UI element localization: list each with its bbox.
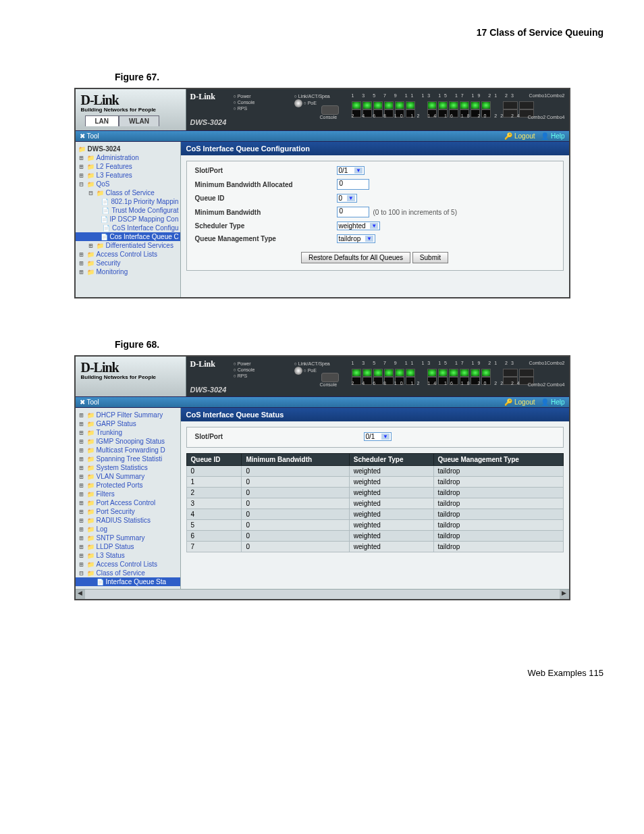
table-row: 30weightedtaildrop	[186, 498, 563, 509]
tree-item[interactable]: ⊞📁 Protected Ports	[76, 481, 180, 490]
tree-item[interactable]: ⊞📁 SNTP Summary	[76, 533, 180, 542]
tree-item[interactable]: 📄 IP DSCP Mapping Con	[76, 215, 180, 224]
combo-label-top: Combo1Combo2	[529, 361, 565, 365]
logout-button[interactable]: 🔑 Logout	[504, 132, 535, 140]
th-sched: Scheduler Type	[349, 454, 433, 466]
minbw-alloc-value: 0	[337, 179, 369, 190]
tree-item[interactable]: ⊞📁 L2 Features	[76, 162, 180, 171]
tree-item[interactable]: 📄 CoS Interface Configu	[76, 224, 180, 232]
console-port-icon	[321, 373, 339, 382]
tree-item[interactable]: 📄 Cos Interface Queue C	[76, 232, 180, 241]
tab-wlan[interactable]: WLAN	[119, 115, 159, 126]
globe-icon	[294, 367, 302, 375]
tree-item[interactable]: ⊞📁 Access Control Lists	[76, 560, 180, 569]
screenshot-fig68: D-Link Building Networks for People D-Li…	[74, 355, 570, 600]
screenshot-fig67: D-Link Building Networks for People LAN …	[74, 88, 570, 298]
device-model: DWS-3024	[190, 386, 565, 394]
minbw-input[interactable]: 0	[337, 207, 369, 217]
tree-item[interactable]: ⊞📁 Differentiated Services	[76, 241, 180, 250]
tree-item[interactable]: ⊞📁 Spanning Tree Statisti	[76, 454, 180, 463]
figure-67-label: Figure 67.	[115, 72, 603, 82]
tree-item[interactable]: ⊞📁 Security	[76, 259, 180, 267]
minbw-hint: (0 to 100 in increments of 5)	[373, 209, 458, 216]
tree-item[interactable]: ⊞📁 Multicast Forwarding D	[76, 446, 180, 454]
help-button[interactable]: 👤 Help	[541, 398, 565, 406]
queueid-label: Queue ID	[195, 194, 337, 202]
device-image: D-Link ○ Power ○ Console ○ RPS ○ Link/AC…	[186, 357, 569, 396]
tree-item[interactable]: ⊞📁 DHCP Filter Summary	[76, 411, 180, 419]
sidebar-tree[interactable]: ⊞📁 DHCP Filter Summary⊞📁 GARP Status⊞📁 T…	[76, 408, 181, 589]
th-minbw: Minimum Bandwidth	[242, 454, 349, 466]
tree-item[interactable]: ⊞📁 L3 Status	[76, 551, 180, 560]
tree-item[interactable]: ⊞📁 Monitoring	[76, 267, 180, 276]
tree-item[interactable]: 📄 802.1p Priority Mappin	[76, 197, 180, 206]
device-model: DWS-3024	[190, 118, 565, 126]
content-area: CoS Interface Queue Configuration Slot/P…	[181, 142, 569, 297]
tree-item[interactable]: ⊞📁 RADIUS Statistics	[76, 516, 180, 525]
qmgmt-label: Queue Management Type	[195, 235, 337, 242]
table-row: 10weightedtaildrop	[186, 477, 563, 488]
device-image: D-Link ○ Power ○ Console ○ RPS ○ Link/AC…	[186, 89, 569, 130]
help-button[interactable]: 👤 Help	[541, 132, 565, 140]
tab-lan[interactable]: LAN	[85, 115, 119, 126]
tree-item[interactable]: ⊞📁 LLDP Status	[76, 542, 180, 551]
tool-button[interactable]: ✖ Tool	[80, 132, 99, 140]
status-leds: ○ Power ○ Console ○ RPS	[234, 93, 255, 111]
ports-row-top	[352, 101, 565, 109]
console-label: Console	[320, 115, 338, 120]
table-row: 60weightedtaildrop	[186, 531, 563, 542]
queueid-select[interactable]: 0 ▼	[337, 194, 357, 203]
tree-item[interactable]: ⊞📁 System Statistics	[76, 463, 180, 472]
table-row: 70weightedtaildrop	[186, 542, 563, 552]
tree-item[interactable]: ⊞📁 Port Access Control	[76, 498, 180, 507]
tree-item[interactable]: ⊞📁 Access Control Lists	[76, 250, 180, 259]
tree-item[interactable]: ⊟📁 Class of Service	[76, 569, 180, 577]
qmgmt-select[interactable]: taildrop ▼	[337, 234, 376, 243]
tree-item[interactable]: ⊞📁 VLAN Summary	[76, 472, 180, 481]
console-label: Console	[320, 382, 338, 387]
minbw-label: Minimum Bandwidth	[195, 209, 337, 216]
sched-select[interactable]: weighted ▼	[337, 221, 381, 230]
logo-sub: Building Networks for People	[78, 107, 183, 113]
sidebar-tree[interactable]: 📁 DWS-3024 ⊞📁 Administration⊞📁 L2 Featur…	[76, 142, 181, 297]
tree-item[interactable]: ⊞📁 Port Security	[76, 507, 180, 516]
tree-item[interactable]: ⊞📁 L3 Features	[76, 171, 180, 180]
queue-status-table: Queue ID Minimum Bandwidth Scheduler Typ…	[186, 453, 564, 552]
tree-item[interactable]: 📄 Interface Queue Sta	[76, 577, 180, 586]
logo-box: D-Link Building Networks for People	[76, 357, 186, 396]
config-form: Slot/Port 0/1 ▼ Minimum Bandwidth Alloca…	[186, 161, 564, 271]
scroll-left-icon[interactable]: ◀	[76, 590, 85, 599]
th-queueid: Queue ID	[186, 454, 242, 466]
sidebar-scrollbar[interactable]: ◀ ▶	[76, 589, 569, 599]
tree-item[interactable]: 📄 Trust Mode Configurat	[76, 206, 180, 215]
restore-defaults-button[interactable]: Restore Defaults for All Queues	[301, 252, 410, 263]
combo-label-top: Combo1Combo2	[529, 93, 565, 98]
tree-item[interactable]: ⊞📁 IGMP Snooping Status	[76, 437, 180, 446]
tool-button[interactable]: ✖ Tool	[80, 398, 99, 406]
logout-button[interactable]: 🔑 Logout	[504, 398, 535, 406]
tree-item[interactable]: ⊞📁 Trunking	[76, 428, 180, 437]
sched-label: Scheduler Type	[195, 222, 337, 230]
minbw-alloc-label: Minimum Bandwidth Allocated	[195, 181, 337, 188]
tree-item[interactable]: ⊞📁 Administration	[76, 153, 180, 162]
table-row: 20weightedtaildrop	[186, 488, 563, 498]
logo-sub: Building Networks for People	[78, 374, 183, 380]
status-leds: ○ Power ○ Console ○ RPS	[234, 361, 255, 379]
device-brand: D-Link	[190, 92, 215, 101]
logo-box: D-Link Building Networks for People LAN …	[76, 89, 186, 130]
tree-item[interactable]: ⊞📁 GARP Status	[76, 419, 180, 428]
slotport-select[interactable]: 0/1 ▼	[337, 166, 365, 175]
page-footer: Web Examples 115	[41, 668, 603, 678]
scroll-right-icon[interactable]: ▶	[560, 590, 569, 599]
logo-main: D-Link	[78, 93, 183, 107]
slotport-select[interactable]: 0/1 ▼	[364, 432, 392, 441]
tree-item[interactable]: ⊟📁 Class of Service	[76, 188, 180, 197]
tree-item[interactable]: ⊟📁 QoS	[76, 180, 180, 188]
figure-68-label: Figure 68.	[115, 339, 603, 350]
tree-item[interactable]: ⊞📁 Log	[76, 525, 180, 533]
content-area: CoS Interface Queue Status Slot/Port 0/1…	[181, 408, 569, 589]
tree-item[interactable]: ⊞📁 Filters	[76, 490, 180, 498]
tree-root[interactable]: 📁 DWS-3024	[76, 145, 180, 153]
ports-row-top	[352, 369, 565, 377]
submit-button[interactable]: Submit	[412, 252, 448, 263]
